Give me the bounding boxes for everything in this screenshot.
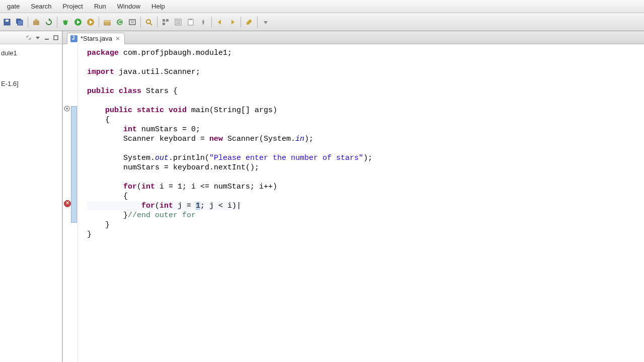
open-type-icon[interactable] bbox=[126, 16, 138, 28]
code-area[interactable]: package com.profjpbaugh.module1; import … bbox=[63, 44, 644, 362]
next-annotation-icon[interactable] bbox=[260, 16, 272, 28]
svg-point-7 bbox=[63, 20, 67, 25]
svg-line-8 bbox=[63, 21, 64, 22]
svg-line-22 bbox=[150, 23, 152, 25]
last-edit-icon[interactable] bbox=[243, 16, 255, 28]
code-text[interactable]: package com.profjpbaugh.module1; import … bbox=[78, 44, 372, 362]
svg-marker-34 bbox=[231, 20, 234, 25]
search-icon[interactable] bbox=[143, 16, 155, 28]
separator bbox=[28, 17, 28, 28]
view-menu-icon[interactable] bbox=[34, 34, 42, 42]
svg-rect-38 bbox=[54, 36, 58, 40]
menu-navigate[interactable]: gate bbox=[2, 1, 25, 12]
svg-marker-33 bbox=[218, 20, 221, 25]
menu-project[interactable]: Project bbox=[58, 1, 88, 12]
fold-region[interactable] bbox=[71, 106, 77, 223]
menu-window[interactable]: Window bbox=[112, 1, 145, 12]
svg-text:C: C bbox=[118, 20, 122, 25]
save-all-icon[interactable] bbox=[14, 16, 26, 28]
new-class-icon[interactable]: C bbox=[114, 16, 126, 28]
tree-item-jre[interactable]: E-1.6] bbox=[1, 78, 61, 89]
editor-tabs: *Stars.java ✕ bbox=[63, 31, 644, 44]
tree-item-module[interactable]: dule1 bbox=[1, 47, 61, 59]
run-icon[interactable] bbox=[72, 16, 84, 28]
view-toolbar bbox=[0, 31, 62, 44]
maximize-icon[interactable] bbox=[52, 34, 60, 42]
separator bbox=[257, 17, 258, 28]
link-editor-icon[interactable] bbox=[25, 34, 33, 42]
svg-rect-3 bbox=[18, 20, 23, 25]
debug-icon[interactable] bbox=[59, 16, 71, 28]
workspace: dule1 E-1.6] *Stars.java ✕ package com.p… bbox=[0, 31, 644, 362]
separator bbox=[140, 17, 141, 28]
save-icon[interactable] bbox=[1, 16, 13, 28]
toggle-breadcrumb-icon[interactable] bbox=[159, 16, 172, 28]
menu-bar: gate Search Project Run Window Help bbox=[0, 0, 644, 13]
svg-marker-35 bbox=[264, 21, 268, 24]
tab-title: *Stars.java bbox=[80, 35, 112, 42]
separator bbox=[211, 17, 212, 28]
svg-rect-37 bbox=[45, 39, 49, 40]
package-explorer[interactable]: dule1 E-1.6] bbox=[0, 31, 63, 362]
menu-help[interactable]: Help bbox=[146, 1, 170, 12]
editor: *Stars.java ✕ package com.profjpbaugh.mo… bbox=[63, 31, 644, 362]
svg-rect-15 bbox=[104, 21, 110, 22]
gutter[interactable] bbox=[63, 44, 78, 362]
refresh-icon[interactable] bbox=[43, 16, 55, 28]
error-marker-icon[interactable] bbox=[64, 200, 71, 207]
task-icon[interactable] bbox=[185, 16, 197, 28]
separator bbox=[240, 17, 241, 28]
svg-rect-23 bbox=[163, 19, 165, 22]
pin-icon[interactable] bbox=[197, 16, 209, 28]
separator bbox=[99, 17, 99, 28]
tree[interactable]: dule1 E-1.6] bbox=[0, 44, 62, 93]
svg-marker-6 bbox=[49, 18, 50, 21]
svg-rect-18 bbox=[129, 20, 135, 25]
svg-line-9 bbox=[67, 21, 68, 22]
build-icon[interactable] bbox=[30, 16, 42, 28]
separator bbox=[157, 17, 157, 28]
svg-rect-4 bbox=[33, 21, 39, 25]
close-tab-icon[interactable]: ✕ bbox=[115, 35, 120, 42]
outline-icon[interactable] bbox=[172, 16, 184, 28]
svg-marker-32 bbox=[202, 19, 204, 25]
svg-rect-1 bbox=[6, 20, 9, 22]
menu-run[interactable]: Run bbox=[89, 1, 111, 12]
back-icon[interactable] bbox=[214, 16, 226, 28]
svg-rect-31 bbox=[189, 19, 192, 20]
tab-stars-java[interactable]: *Stars.java ✕ bbox=[67, 33, 125, 44]
run-last-icon[interactable] bbox=[85, 16, 97, 28]
svg-marker-5 bbox=[33, 19, 39, 21]
forward-icon[interactable] bbox=[226, 16, 238, 28]
menu-search[interactable]: Search bbox=[26, 1, 56, 12]
svg-point-40 bbox=[66, 108, 68, 110]
svg-marker-36 bbox=[36, 37, 40, 39]
override-marker-icon[interactable] bbox=[64, 106, 70, 112]
svg-rect-25 bbox=[163, 23, 165, 25]
new-package-icon[interactable] bbox=[101, 16, 113, 28]
minimize-icon[interactable] bbox=[43, 34, 51, 42]
separator bbox=[57, 17, 57, 28]
svg-point-21 bbox=[146, 20, 150, 24]
java-file-icon bbox=[70, 35, 77, 42]
toolbar: C bbox=[0, 13, 644, 31]
svg-rect-24 bbox=[166, 19, 169, 22]
